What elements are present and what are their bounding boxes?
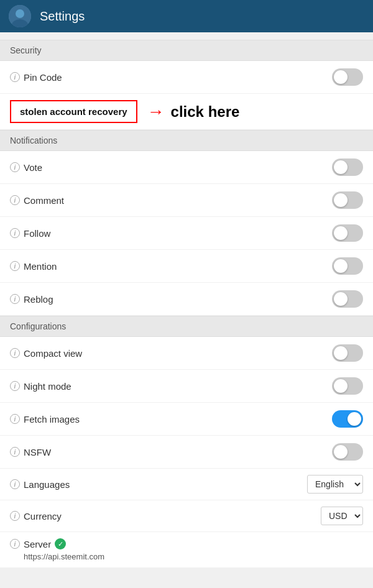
- follow-toggle-track[interactable]: [332, 224, 363, 242]
- reblog-label: Reblog: [24, 294, 53, 305]
- vote-row: i Vote: [0, 151, 373, 184]
- vote-toggle-track[interactable]: [332, 158, 363, 176]
- pin-code-left: i Pin Code: [10, 72, 62, 83]
- nsfw-label: NSFW: [24, 447, 51, 457]
- comment-toggle-track[interactable]: [332, 191, 363, 209]
- fetch-images-label: Fetch images: [24, 414, 80, 425]
- pin-code-label: Pin Code: [24, 72, 62, 83]
- security-section-header: Security: [0, 40, 373, 61]
- languages-info-icon[interactable]: i: [10, 479, 20, 489]
- mention-toggle-track[interactable]: [332, 257, 363, 275]
- comment-info-icon[interactable]: i: [10, 195, 20, 205]
- follow-row: i Follow: [0, 217, 373, 250]
- reblog-toggle-track[interactable]: [332, 290, 363, 308]
- pin-code-row: i Pin Code: [0, 61, 373, 94]
- server-info-icon[interactable]: i: [10, 539, 20, 549]
- night-mode-toggle-thumb: [334, 379, 348, 393]
- vote-info-icon[interactable]: i: [10, 162, 20, 172]
- mention-label: Mention: [24, 261, 57, 272]
- follow-toggle-thumb: [334, 226, 348, 240]
- mention-toggle[interactable]: [332, 257, 363, 275]
- night-mode-toggle-track[interactable]: [332, 377, 363, 395]
- currency-row: i Currency USD EUR GBP: [0, 500, 373, 532]
- pin-code-info-icon[interactable]: i: [10, 72, 20, 82]
- compact-view-label: Compact view: [24, 348, 82, 359]
- night-mode-toggle[interactable]: [332, 377, 363, 395]
- reblog-row: i Reblog: [0, 283, 373, 316]
- fetch-images-toggle-thumb: [348, 412, 361, 426]
- language-select[interactable]: English Spanish French German Chinese: [307, 475, 363, 494]
- currency-info-icon[interactable]: i: [10, 511, 20, 521]
- avatar: [9, 5, 31, 27]
- server-label: Server: [24, 539, 51, 549]
- reblog-toggle-thumb: [334, 292, 348, 306]
- arrow-label: → click here: [147, 102, 240, 122]
- configurations-section-header: Configurations: [0, 316, 373, 337]
- nsfw-toggle-thumb: [334, 445, 348, 459]
- mention-row: i Mention: [0, 250, 373, 283]
- currency-select[interactable]: USD EUR GBP: [321, 507, 363, 525]
- stolen-recovery-box[interactable]: stolen account recovery: [10, 100, 137, 123]
- notifications-section-header: Notifications: [0, 130, 373, 151]
- compact-view-info-icon[interactable]: i: [10, 348, 20, 358]
- reblog-toggle[interactable]: [332, 290, 363, 308]
- compact-view-toggle-track[interactable]: [332, 344, 363, 362]
- compact-view-row: i Compact view: [0, 337, 373, 370]
- click-here-label: click here: [171, 103, 240, 121]
- comment-label: Comment: [24, 195, 64, 206]
- pin-code-toggle-thumb: [334, 70, 348, 84]
- stolen-recovery-row[interactable]: stolen account recovery → click here: [0, 94, 373, 130]
- night-mode-label: Night mode: [24, 381, 71, 392]
- comment-row: i Comment: [0, 184, 373, 217]
- compact-view-toggle-thumb: [334, 346, 348, 360]
- nsfw-info-icon[interactable]: i: [10, 447, 20, 457]
- night-mode-info-icon[interactable]: i: [10, 381, 20, 391]
- pin-code-toggle-track[interactable]: [332, 68, 363, 86]
- reblog-info-icon[interactable]: i: [10, 294, 20, 304]
- settings-content: Security i Pin Code stolen account recov…: [0, 32, 373, 576]
- page-title: Settings: [40, 9, 85, 24]
- comment-toggle-thumb: [334, 193, 348, 207]
- nsfw-toggle[interactable]: [332, 443, 363, 461]
- follow-label: Follow: [24, 228, 50, 239]
- mention-toggle-thumb: [334, 259, 348, 273]
- fetch-images-toggle[interactable]: [332, 410, 363, 428]
- arrow-symbol: →: [147, 102, 165, 122]
- night-mode-row: i Night mode: [0, 370, 373, 403]
- server-status-icon: ✓: [55, 538, 66, 549]
- fetch-images-row: i Fetch images: [0, 403, 373, 436]
- compact-view-toggle[interactable]: [332, 344, 363, 362]
- vote-toggle-thumb: [334, 160, 348, 174]
- vote-label: Vote: [24, 162, 42, 173]
- fetch-images-toggle-track[interactable]: [332, 410, 363, 428]
- follow-toggle[interactable]: [332, 224, 363, 242]
- currency-label: Currency: [24, 511, 62, 521]
- server-url: https://api.steemit.com: [24, 552, 104, 561]
- fetch-images-info-icon[interactable]: i: [10, 414, 20, 424]
- follow-info-icon[interactable]: i: [10, 228, 20, 238]
- nsfw-toggle-track[interactable]: [332, 443, 363, 461]
- vote-toggle[interactable]: [332, 158, 363, 176]
- comment-toggle[interactable]: [332, 191, 363, 209]
- server-row: i Server ✓ https://api.steemit.com: [0, 532, 373, 568]
- svg-point-1: [16, 9, 24, 18]
- languages-row: i Languages English Spanish French Germa…: [0, 469, 373, 500]
- app-header: Settings: [0, 0, 373, 32]
- pin-code-toggle[interactable]: [332, 68, 363, 86]
- mention-info-icon[interactable]: i: [10, 261, 20, 271]
- nsfw-row: i NSFW: [0, 436, 373, 469]
- languages-label: Languages: [24, 479, 70, 490]
